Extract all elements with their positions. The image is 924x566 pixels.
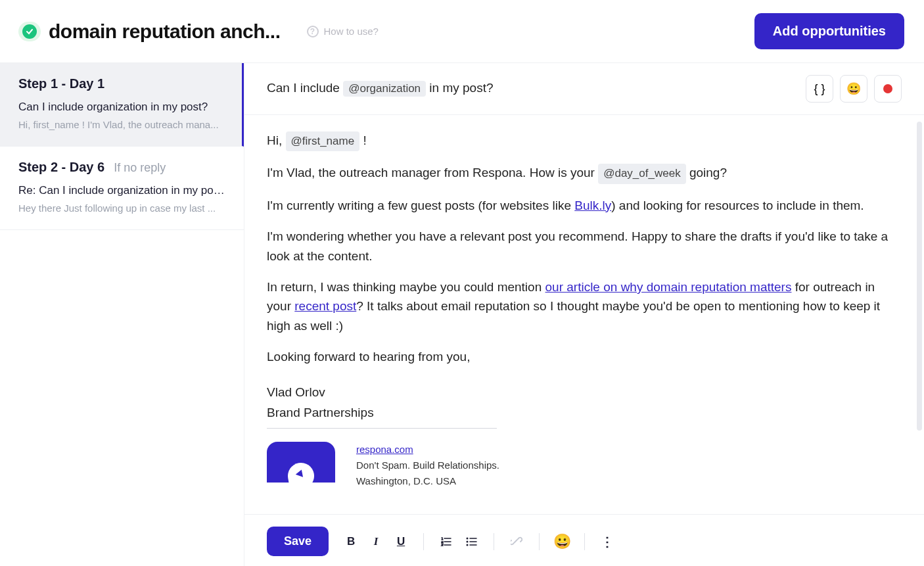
unordered-list-icon — [465, 536, 477, 547]
record-button[interactable] — [874, 75, 902, 103]
scrollbar-thumb[interactable] — [917, 122, 922, 431]
emoji-icon: 😀 — [846, 82, 861, 96]
emoji-button[interactable]: 😀 — [840, 75, 867, 103]
add-opportunities-button[interactable]: Add opportunities — [754, 13, 904, 49]
title-group: domain reputation anch... — [18, 20, 281, 43]
header: domain reputation anch... ? How to use? … — [0, 0, 924, 62]
signature-name: Vlad Orlov — [267, 383, 902, 402]
divider — [584, 533, 585, 550]
italic-button[interactable]: I — [365, 531, 386, 552]
status-toggle[interactable] — [18, 22, 41, 41]
subject-suffix: in my post? — [429, 81, 493, 95]
intro-before: I'm Vlad, the outreach manager from Resp… — [267, 166, 598, 179]
signature-role: Brand Partnerships — [267, 403, 497, 428]
subject-prefix: Can I include — [267, 81, 340, 95]
body-editor[interactable]: Hi, @first_name ! I'm Vlad, the outreach… — [244, 115, 924, 514]
svg-point-2 — [467, 544, 469, 546]
divider — [539, 533, 540, 550]
step-item-1[interactable]: Step 1 - Day 1 Can I include organizatio… — [0, 63, 244, 147]
unordered-list-button[interactable] — [461, 531, 482, 552]
link-button[interactable] — [506, 531, 527, 552]
save-button[interactable]: Save — [267, 527, 329, 556]
scrollbar[interactable] — [917, 122, 922, 431]
steps-sidebar: Step 1 - Day 1 Can I include organizatio… — [0, 63, 244, 566]
variables-button[interactable]: { } — [806, 75, 833, 103]
p3: I'm wondering whether you have a relevan… — [267, 227, 902, 266]
greeting-line: Hi, @first_name ! — [267, 131, 902, 151]
subject-tools: { } 😀 — [806, 75, 902, 103]
step-head: Step 1 - Day 1 — [18, 76, 223, 91]
underline-button[interactable]: U — [390, 531, 411, 552]
p2-after: ) and looking for resources to include i… — [611, 199, 864, 212]
how-to-label: How to use? — [324, 26, 379, 37]
emoji-toolbar-button[interactable]: 😀 — [551, 531, 572, 552]
content: Step 1 - Day 1 Can I include organizatio… — [0, 62, 924, 566]
arrow-icon — [286, 460, 316, 482]
variable-chip-organization[interactable]: @organization — [343, 81, 426, 97]
svg-point-0 — [467, 537, 469, 539]
signature-location: Washington, D.C. USA — [356, 473, 499, 489]
intro-after: going? — [686, 166, 727, 179]
body-content: Hi, @first_name ! I'm Vlad, the outreach… — [267, 131, 902, 489]
step-subject: Can I include organization in my post? — [18, 101, 223, 114]
record-icon — [883, 84, 892, 93]
divider — [494, 533, 494, 550]
editor-panel: Can I include @organization in my post? … — [244, 63, 924, 566]
braces-icon: { } — [814, 82, 825, 96]
header-left: domain reputation anch... ? How to use? — [18, 20, 379, 43]
logo-icon — [267, 442, 335, 483]
link-icon — [511, 536, 522, 548]
p4-before: In return, I was thinking maybe you coul… — [267, 280, 545, 294]
p2: I'm currently writing a few guest posts … — [267, 196, 902, 215]
link-recent-post[interactable]: recent post — [294, 299, 356, 313]
step-preview: Hey there Just following up in case my l… — [18, 202, 225, 214]
divider — [423, 533, 424, 550]
how-to-link[interactable]: ? How to use? — [307, 26, 379, 37]
closing: Looking forward to hearing from you, — [267, 347, 902, 366]
ordered-list-button[interactable] — [436, 531, 457, 552]
check-icon — [22, 24, 37, 39]
greeting-suffix: ! — [359, 133, 367, 147]
bold-button[interactable]: B — [340, 531, 361, 552]
step-subject: Re: Can I include organization in my pos… — [18, 184, 225, 197]
intro-line: I'm Vlad, the outreach manager from Resp… — [267, 163, 902, 183]
help-icon: ? — [307, 26, 319, 37]
link-article[interactable]: our article on why domain reputation mat… — [545, 280, 792, 294]
link-bulkly[interactable]: Bulk.ly — [574, 199, 611, 212]
signature-tagline: Don't Spam. Build Relationships. — [356, 458, 499, 473]
variable-chip-firstname[interactable]: @first_name — [286, 131, 360, 151]
ordered-list-icon — [440, 536, 452, 547]
p4: In return, I was thinking maybe you coul… — [267, 277, 902, 335]
editor-toolbar: Save B I U 😀 ⋮ — [244, 514, 924, 566]
step-title: Step 2 - Day 6 — [18, 160, 104, 175]
step-item-2[interactable]: Step 2 - Day 6 If no reply Re: Can I inc… — [0, 147, 244, 230]
subject-input[interactable]: Can I include @organization in my post? — [267, 81, 494, 97]
page-title: domain reputation anch... — [49, 20, 281, 43]
greeting-prefix: Hi, — [267, 133, 286, 147]
signature-url[interactable]: respona.com — [356, 444, 413, 455]
subject-row: Can I include @organization in my post? … — [244, 63, 924, 115]
variable-chip-dayofweek[interactable]: @day_of_week — [598, 164, 685, 183]
signature-block: respona.com Don't Spam. Build Relationsh… — [267, 442, 902, 489]
p2-before: I'm currently writing a few guest posts … — [267, 199, 574, 212]
emoji-icon: 😀 — [553, 533, 571, 550]
svg-point-1 — [467, 540, 469, 542]
step-head: Step 2 - Day 6 If no reply — [18, 160, 225, 175]
step-condition: If no reply — [114, 161, 166, 175]
step-preview: Hi, first_name ! I'm Vlad, the outreach … — [18, 119, 223, 130]
more-button[interactable]: ⋮ — [597, 531, 618, 552]
p4-after: ? It talks about email reputation so I t… — [267, 299, 880, 332]
signature-info: respona.com Don't Spam. Build Relationsh… — [356, 442, 499, 489]
step-title: Step 1 - Day 1 — [18, 76, 104, 91]
